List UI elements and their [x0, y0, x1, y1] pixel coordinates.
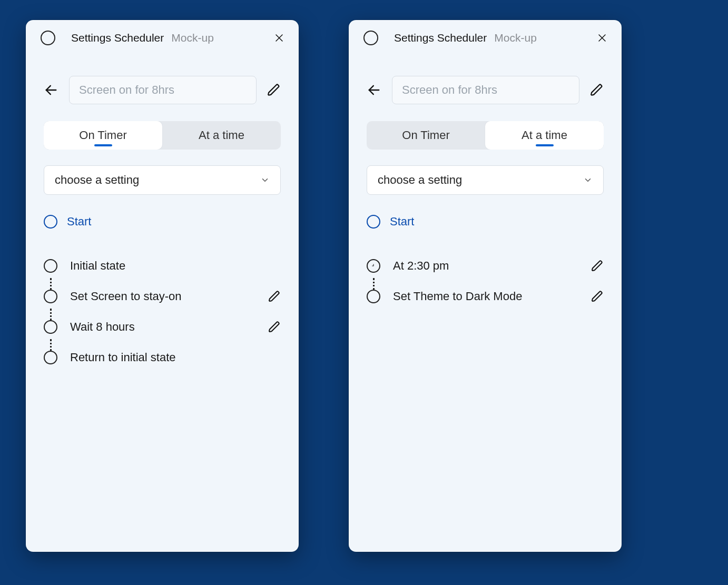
- clock-icon: [367, 259, 380, 273]
- routine-name-row: [367, 76, 604, 104]
- play-circle-icon: [367, 215, 380, 229]
- tab-label: At a time: [522, 128, 567, 142]
- close-icon[interactable]: [597, 33, 607, 43]
- start-label: Start: [390, 215, 414, 229]
- play-circle-icon: [44, 215, 57, 229]
- dropdown-label: choose a setting: [378, 173, 583, 187]
- back-arrow-icon[interactable]: [44, 83, 58, 97]
- title-bar: Settings Scheduler Mock-up: [26, 20, 299, 56]
- title-bar: Settings Scheduler Mock-up: [349, 20, 622, 56]
- routine-name-input[interactable]: [69, 76, 257, 104]
- panel-at-a-time: Settings Scheduler Mock-up On Timer At a…: [349, 20, 622, 552]
- mode-tabs: On Timer At a time: [44, 121, 281, 150]
- start-label: Start: [67, 215, 91, 229]
- back-arrow-icon[interactable]: [367, 83, 381, 97]
- tab-on-timer[interactable]: On Timer: [367, 121, 485, 150]
- step-row: Wait 8 hours: [44, 312, 281, 342]
- app-icon: [363, 31, 378, 45]
- step-row: Set Screen to stay-on: [44, 281, 281, 312]
- edit-icon[interactable]: [268, 290, 281, 303]
- start-button[interactable]: Start: [44, 215, 281, 229]
- mode-tabs: On Timer At a time: [367, 121, 604, 150]
- routine-steps: At 2:30 pm Set Theme to Dark Mode: [367, 251, 604, 312]
- step-label: Set Theme to Dark Mode: [393, 290, 591, 303]
- step-row: Set Theme to Dark Mode: [367, 281, 604, 312]
- app-title: Settings Scheduler: [71, 32, 164, 44]
- start-button[interactable]: Start: [367, 215, 604, 229]
- tab-on-timer[interactable]: On Timer: [44, 121, 162, 150]
- routine-name-row: [44, 76, 281, 104]
- step-node-icon: [44, 290, 57, 303]
- step-node-icon: [44, 351, 57, 364]
- app-icon: [41, 31, 55, 45]
- step-node-icon: [44, 259, 57, 273]
- step-row: Return to initial state: [44, 342, 281, 373]
- app-subtitle: Mock-up: [494, 32, 537, 44]
- app-subtitle: Mock-up: [171, 32, 214, 44]
- chevron-down-icon: [260, 175, 270, 185]
- tab-at-a-time[interactable]: At a time: [162, 121, 281, 150]
- tab-label: On Timer: [79, 128, 126, 142]
- setting-dropdown[interactable]: choose a setting: [44, 165, 281, 195]
- routine-steps: Initial state Set Screen to stay-on Wait…: [44, 251, 281, 373]
- tab-at-a-time[interactable]: At a time: [485, 121, 604, 150]
- chevron-down-icon: [583, 175, 593, 185]
- step-row: At 2:30 pm: [367, 251, 604, 281]
- setting-dropdown[interactable]: choose a setting: [367, 165, 604, 195]
- edit-icon[interactable]: [268, 321, 281, 333]
- tab-label: At a time: [199, 128, 244, 142]
- step-row: Initial state: [44, 251, 281, 281]
- step-node-icon: [367, 290, 380, 303]
- step-node-icon: [44, 320, 57, 334]
- step-label: Wait 8 hours: [70, 320, 268, 334]
- tab-label: On Timer: [402, 128, 449, 142]
- edit-icon[interactable]: [591, 290, 604, 303]
- dropdown-label: choose a setting: [55, 173, 260, 187]
- step-label: At 2:30 pm: [393, 259, 591, 273]
- step-label: Initial state: [70, 259, 281, 273]
- edit-icon[interactable]: [590, 83, 604, 97]
- app-title: Settings Scheduler: [394, 32, 487, 44]
- edit-icon[interactable]: [591, 260, 604, 272]
- panel-on-timer: Settings Scheduler Mock-up On Timer At a…: [26, 20, 299, 552]
- step-label: Return to initial state: [70, 351, 281, 364]
- close-icon[interactable]: [274, 33, 284, 43]
- routine-name-input[interactable]: [392, 76, 579, 104]
- step-label: Set Screen to stay-on: [70, 290, 268, 303]
- edit-icon[interactable]: [267, 83, 281, 97]
